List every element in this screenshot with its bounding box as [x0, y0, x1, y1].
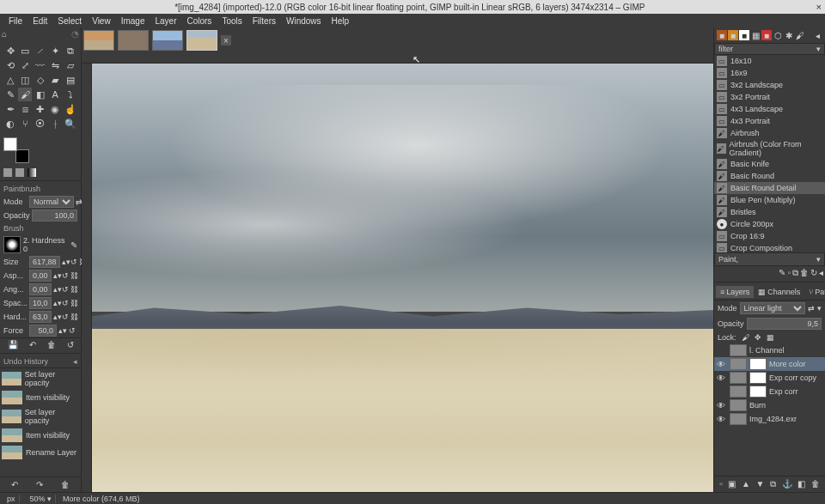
image-tab-2[interactable]	[118, 30, 149, 51]
undo-item[interactable]: Set layer opacity	[0, 406, 81, 427]
brush-preset-item[interactable]: ▭Crop 16:9	[714, 230, 825, 242]
bg-color[interactable]	[15, 149, 29, 163]
menu-image[interactable]: Image	[116, 16, 150, 26]
delete-layer-icon[interactable]: 🗑	[811, 479, 820, 489]
chevron-down-icon[interactable]: ▾	[817, 304, 822, 313]
layer-row[interactable]: l. Channel	[714, 343, 825, 357]
tool-bucket[interactable]: ▰	[48, 73, 62, 87]
paint-dynamics-label[interactable]: Paint,	[718, 255, 816, 264]
visibility-icon[interactable]: 👁	[717, 360, 727, 369]
new-icon[interactable]: ▫	[787, 268, 791, 278]
layer-thumbnail[interactable]	[730, 386, 747, 398]
pattern-indicator[interactable]	[15, 168, 24, 177]
fg-color[interactable]	[3, 137, 17, 151]
tool-pencil[interactable]: ✎	[3, 88, 17, 101]
tab-layers[interactable]: ≡ Layers	[716, 286, 754, 298]
zoom-value[interactable]: 50% ▾	[27, 495, 57, 503]
layer-mask-thumbnail[interactable]	[749, 386, 767, 398]
brush-preset-item[interactable]: 🖌Blue Pen (Multiply)	[714, 194, 825, 206]
delete-preset-icon[interactable]: 🗑	[47, 340, 56, 349]
new-layer-icon[interactable]: ▫	[719, 479, 723, 489]
tool-ink[interactable]: ✒	[3, 102, 17, 116]
canvas[interactable]	[92, 64, 713, 492]
layer-row[interactable]: Exp corr	[714, 385, 825, 398]
dock-icon[interactable]: ■	[761, 30, 772, 40]
undo-item[interactable]: Rename Layer	[0, 444, 81, 461]
lock-alpha-icon[interactable]: ▦	[767, 333, 774, 342]
tool-rotate[interactable]: ⟲	[3, 58, 17, 72]
merge-layer-icon[interactable]: ⚓	[782, 479, 792, 489]
visibility-icon[interactable]: 👁	[717, 415, 727, 424]
dock-icon[interactable]: ■	[739, 30, 749, 40]
dock-menu-icon[interactable]: ◂	[812, 30, 822, 40]
color-swatch[interactable]	[3, 137, 29, 163]
tab-paths[interactable]: ⑂ Paths	[804, 286, 825, 298]
filter-label[interactable]: filter	[718, 45, 816, 53]
brush-preset-item[interactable]: 🖌Bristles	[714, 206, 825, 218]
layer-thumbnail[interactable]	[730, 344, 747, 356]
tool-cage[interactable]: △	[3, 73, 17, 87]
layer-mask-thumbnail[interactable]	[749, 358, 767, 370]
tool-rect-select[interactable]: ▭	[18, 44, 32, 58]
tool-measure[interactable]: ⟊	[48, 117, 62, 131]
brush-preset-item[interactable]: ●Circle 200px	[714, 218, 825, 230]
undo-icon[interactable]: ↶	[11, 480, 18, 489]
brush-preview[interactable]	[3, 236, 21, 253]
menu-help[interactable]: Help	[327, 16, 355, 26]
ruler-vertical[interactable]	[82, 64, 92, 492]
lower-layer-icon[interactable]: ▼	[755, 479, 764, 489]
menu-colors[interactable]: Colors	[181, 16, 217, 26]
tool-blur[interactable]: ◉	[48, 102, 62, 116]
image-tab-4[interactable]	[186, 30, 217, 51]
mode-switch-icon[interactable]: ⇄	[808, 304, 815, 313]
tool-gradient[interactable]: ▤	[64, 73, 77, 87]
lock-position-icon[interactable]: ✥	[755, 333, 761, 342]
tool-heal[interactable]: ✚	[34, 102, 47, 116]
layer-thumbnail[interactable]	[730, 413, 747, 425]
tool-free-select[interactable]: ⟋	[34, 44, 47, 58]
dock-icon[interactable]: 🖌	[795, 30, 805, 40]
tool-dodge[interactable]: ◐	[3, 117, 17, 131]
layer-row[interactable]: 👁Img_4284.exr	[714, 412, 825, 426]
brush-preset-item[interactable]: 🖌Basic Round Detail	[714, 182, 825, 194]
brush-preset-item[interactable]: 🖌Basic Round	[714, 170, 825, 182]
tool-handle[interactable]: ◇	[34, 73, 47, 87]
menu-icon[interactable]: ◂	[819, 268, 823, 278]
layer-opacity-value[interactable]: 9,5	[747, 318, 822, 330]
delete-icon[interactable]: 🗑	[800, 268, 809, 278]
visibility-icon[interactable]: 👁	[717, 401, 727, 410]
aspect-value[interactable]: 0,00	[29, 270, 52, 282]
menu-layer[interactable]: Layer	[150, 16, 181, 26]
dock-menu-icon[interactable]: ◂	[73, 357, 77, 366]
mask-layer-icon[interactable]: ◧	[798, 479, 805, 489]
tool-unified[interactable]: ◫	[18, 73, 32, 87]
brush-preset-item[interactable]: ▭3x2 Portrait	[714, 91, 825, 103]
menu-view[interactable]: View	[87, 16, 116, 26]
menu-select[interactable]: Select	[52, 16, 87, 26]
size-value[interactable]: 617,88	[29, 256, 60, 268]
tool-clone[interactable]: ⧇	[18, 102, 32, 116]
brush-preset-item[interactable]: ▭4x3 Portrait	[714, 115, 825, 127]
brush-preset-item[interactable]: ▭16x9	[714, 67, 825, 79]
tool-paintbrush[interactable]: 🖌	[18, 88, 32, 101]
tool-crop[interactable]: ⧉	[64, 44, 77, 58]
tool-text[interactable]: A	[48, 88, 62, 101]
close-icon[interactable]: ×	[816, 2, 822, 12]
layer-thumbnail[interactable]	[730, 399, 747, 411]
brush-preset-item[interactable]: 🖌Airbrush (Color From Gradient)	[714, 139, 825, 158]
layer-row[interactable]: 👁Burn	[714, 398, 825, 412]
layer-mask-thumbnail[interactable]	[749, 372, 767, 384]
tool-warp[interactable]: 〰	[34, 58, 47, 72]
duplicate-icon[interactable]: ⧉	[792, 268, 798, 278]
dock-icon[interactable]: ■	[728, 30, 738, 40]
redo-icon[interactable]: ↷	[36, 480, 43, 489]
menu-filters[interactable]: Filters	[248, 16, 281, 26]
brush-edit-icon[interactable]: ✎	[70, 240, 77, 250]
lock-pixels-icon[interactable]: 🖌	[742, 333, 749, 342]
menu-file[interactable]: File	[3, 16, 28, 26]
tool-flip[interactable]: ⇋	[48, 58, 62, 72]
dock-icon[interactable]: ▦	[750, 30, 761, 40]
brush-preset-item[interactable]: ▭4x3 Landscape	[714, 103, 825, 115]
undo-item[interactable]: Item visibility	[0, 389, 81, 406]
tool-color-picker[interactable]: ⦿	[34, 117, 47, 131]
